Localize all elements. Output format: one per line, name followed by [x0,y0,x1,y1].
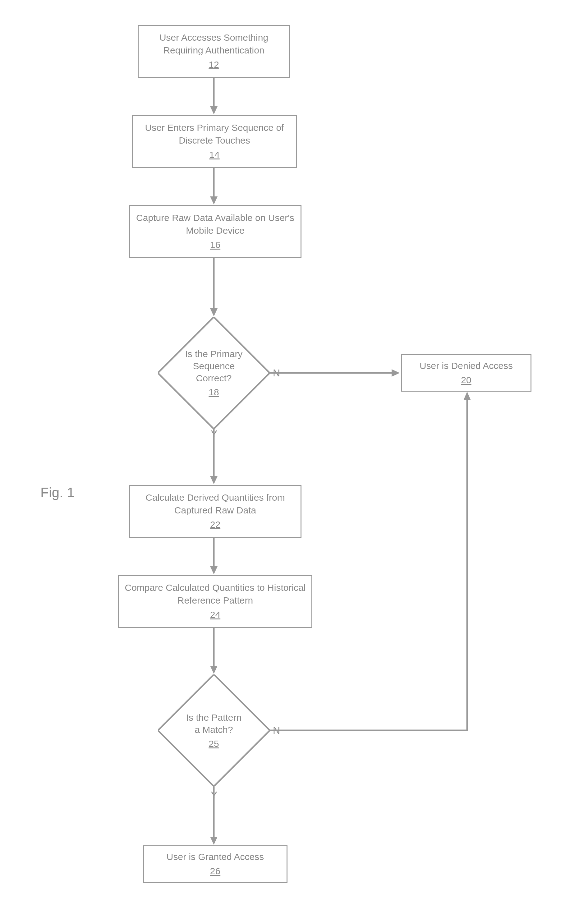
node-20-text: User is Denied Access [420,360,513,372]
node-20: User is Denied Access 20 [401,354,532,392]
svg-marker-8 [392,369,400,377]
svg-marker-12 [210,566,218,574]
node-14-ref: 14 [209,149,219,161]
figure-label: Fig. 1 [41,485,75,500]
arrow-25-20 [270,392,475,733]
node-14: User Enters Primary Sequence of Discrete… [132,115,297,168]
node-26-text: User is Granted Access [167,850,264,863]
node-24-ref: 24 [210,608,220,621]
arrow-16-18 [212,258,219,317]
svg-marker-10 [210,476,218,484]
node-20-ref: 20 [461,374,471,387]
svg-marker-16 [463,392,471,400]
node-18: Is the Primary Sequence Correct? 18 [158,317,270,429]
svg-marker-3 [210,196,218,204]
svg-marker-14 [210,666,218,674]
node-14-text: User Enters Primary Sequence of Discrete… [137,121,292,147]
arrow-24-25 [212,628,219,674]
arrow-18-22 [212,429,219,485]
node-12-text: User Accesses Something Requiring Authen… [142,31,285,57]
svg-marker-1 [210,106,218,114]
svg-marker-5 [210,308,218,316]
arrow-14-16 [212,168,219,205]
node-26-ref: 26 [210,865,220,878]
node-18-ref: 18 [209,386,219,398]
node-12-ref: 12 [209,59,219,71]
node-22-ref: 22 [210,518,220,531]
node-16-ref: 16 [210,239,220,252]
node-16: Capture Raw Data Available on User's Mob… [129,205,301,258]
node-25: Is the Pattern a Match? 25 [158,674,270,786]
arrow-25-26 [212,786,219,846]
node-25-text: Is the Pattern a Match? [183,711,245,736]
node-18-text: Is the Primary Sequence Correct? [180,348,248,384]
arrow-22-24 [212,538,219,575]
node-26: User is Granted Access 26 [143,846,288,883]
node-16-text: Capture Raw Data Available on User's Mob… [134,212,297,237]
node-25-ref: 25 [209,738,219,750]
node-12: User Accesses Something Requiring Authen… [138,25,290,78]
arrow-18-20 [270,371,400,378]
arrow-12-14 [212,78,219,115]
svg-marker-18 [210,837,218,845]
